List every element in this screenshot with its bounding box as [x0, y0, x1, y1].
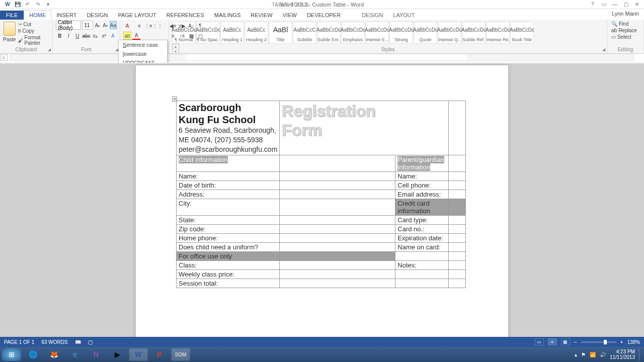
- maximize-icon[interactable]: ▢: [621, 1, 631, 8]
- copy-button[interactable]: ⎘Copy: [18, 28, 49, 34]
- font-size-combo[interactable]: 11: [82, 21, 93, 30]
- tab-review[interactable]: REVIEW: [246, 11, 277, 20]
- superscript-button[interactable]: x²: [100, 32, 108, 40]
- paste-button[interactable]: Paste: [3, 21, 16, 44]
- shrink-font-button[interactable]: A▾: [102, 21, 109, 29]
- styles-group: AaBbCcDc¶ NormalAaBbCcDc¶ No Spac...AaBb…: [169, 20, 607, 53]
- sort-button[interactable]: A↓: [187, 22, 195, 30]
- clipboard-launcher[interactable]: ◢: [48, 47, 51, 52]
- tab-file[interactable]: FILE: [0, 11, 24, 20]
- grow-font-button[interactable]: A▴: [94, 21, 101, 29]
- strikethrough-button[interactable]: abc: [83, 32, 91, 40]
- tab-selector[interactable]: L: [0, 54, 8, 61]
- tab-view[interactable]: VIEW: [278, 11, 302, 20]
- word-icon: W: [4, 1, 11, 8]
- horizontal-ruler[interactable]: [10, 54, 634, 61]
- italic-button[interactable]: I: [65, 32, 73, 40]
- borders-button[interactable]: ▢: [196, 32, 204, 40]
- ribbon-tabs: FILE HOME INSERT DESIGN PAGE LAYOUT REFE…: [0, 9, 644, 20]
- qat-customize-icon[interactable]: ▾: [44, 1, 51, 8]
- font-group: Calibri (Body) 11 A▴ A▾ Aa B I U abc x₂ …: [53, 20, 120, 53]
- select-button[interactable]: ▭Select: [610, 34, 640, 40]
- case-uppercase[interactable]: UPPERCASE: [119, 58, 167, 63]
- group-label-font: Font: [53, 47, 120, 52]
- numbering-button[interactable]: ⋮≡: [144, 22, 152, 30]
- style-quote[interactable]: AaBbCcDcQuote: [414, 22, 437, 44]
- cut-button[interactable]: ✂Cut: [18, 22, 49, 27]
- find-icon: 🔍: [611, 21, 617, 27]
- case-lowercase[interactable]: lowercase: [119, 49, 167, 58]
- font-name-combo[interactable]: Calibri (Body): [56, 21, 81, 30]
- style-subtle-em-[interactable]: AaBbCcDcSubtle Em...: [317, 22, 341, 44]
- tab-table-layout[interactable]: LAYOUT: [388, 11, 420, 20]
- underline-button[interactable]: U: [73, 32, 82, 40]
- ruler-area: L: [0, 54, 644, 63]
- editing-group: 🔍Find abReplace ▭Select Editing: [607, 20, 644, 53]
- style-intense-re-[interactable]: AaBbCcDcIntense Re...: [486, 22, 510, 44]
- group-label-styles: Styles: [169, 47, 607, 52]
- help-icon[interactable]: ?: [588, 1, 598, 8]
- subscript-button[interactable]: x₂: [92, 32, 100, 40]
- close-icon[interactable]: ✕: [632, 1, 642, 8]
- shading-button[interactable]: ▦: [187, 32, 195, 40]
- tab-developer[interactable]: DEVELOPER: [302, 11, 346, 20]
- style-book-title[interactable]: AaBbCcDcBook Title: [510, 22, 534, 44]
- style-strong[interactable]: AaBbCcDcStrong: [389, 22, 413, 44]
- clipboard-group: Paste ✂Cut ⎘Copy 🖌Format Painter Clipboa…: [0, 20, 53, 53]
- brush-icon: 🖌: [18, 38, 23, 43]
- style-heading-2[interactable]: AaBbCcHeading 2: [245, 22, 268, 44]
- decrease-indent-button[interactable]: ◀≡: [169, 22, 177, 30]
- style-emphasis[interactable]: AaBbCcDcEmphasis: [341, 22, 365, 44]
- multilevel-button[interactable]: ⋮⋮: [153, 22, 162, 30]
- redo-icon[interactable]: ↷: [34, 1, 41, 8]
- style-title[interactable]: AaBlTitle: [269, 22, 292, 44]
- tab-mailings[interactable]: MAILINGS: [209, 11, 246, 20]
- tab-insert[interactable]: INSERT: [51, 11, 82, 20]
- title-bar: W 💾 ↶ ↷ ▾ Word 2013 - Custom Table - Wor…: [0, 0, 644, 9]
- paste-icon: [4, 22, 16, 36]
- font-color-button[interactable]: A: [132, 32, 140, 40]
- text-effects-button[interactable]: A: [109, 32, 117, 40]
- group-label-editing: Editing: [607, 47, 643, 52]
- group-label-clipboard: Clipboard: [0, 47, 52, 52]
- contextual-tab-label: TABLE TOOLS: [272, 2, 309, 8]
- scissors-icon: ✂: [18, 22, 22, 27]
- tab-home[interactable]: HOME: [24, 10, 51, 20]
- increase-indent-button[interactable]: ≡▶: [178, 22, 186, 30]
- case-sentence[interactable]: Sentence case.: [119, 40, 167, 49]
- show-marks-button[interactable]: ¶: [196, 22, 204, 30]
- line-spacing-button[interactable]: ↕≡: [178, 32, 186, 40]
- bold-button[interactable]: B: [56, 32, 64, 40]
- replace-icon: ab: [611, 28, 617, 33]
- select-icon: ▭: [611, 34, 616, 40]
- clear-formatting-button[interactable]: A: [123, 22, 131, 30]
- save-icon[interactable]: 💾: [14, 1, 21, 8]
- user-name[interactable]: Lynn Mann: [612, 11, 639, 17]
- tab-design[interactable]: DESIGN: [82, 11, 113, 20]
- style-subtitle[interactable]: AaBbCcCSubtitle: [293, 22, 316, 44]
- tab-table-design[interactable]: DESIGN: [357, 11, 388, 20]
- styles-launcher[interactable]: ◢: [602, 47, 605, 52]
- change-case-button[interactable]: Aa: [110, 21, 117, 29]
- align-left-button[interactable]: ≡: [169, 32, 177, 40]
- ribbon: Paste ✂Cut ⎘Copy 🖌Format Painter Clipboa…: [0, 20, 644, 54]
- style-intense-q-[interactable]: AaBbCcDcIntense Q...: [438, 22, 461, 44]
- ribbon-options-icon[interactable]: ▭: [599, 1, 609, 8]
- tab-page-layout[interactable]: PAGE LAYOUT: [113, 11, 162, 20]
- bullets-button[interactable]: ≡: [135, 22, 143, 30]
- style-heading-1[interactable]: AaBbCcHeading 1: [220, 22, 244, 44]
- find-button[interactable]: 🔍Find: [610, 21, 640, 27]
- style-intense-e-[interactable]: AaBbCcDcIntense E...: [365, 22, 389, 44]
- replace-button[interactable]: abReplace: [610, 27, 640, 34]
- minimize-icon[interactable]: —: [610, 1, 620, 8]
- tab-references[interactable]: REFERENCES: [162, 11, 209, 20]
- undo-icon[interactable]: ↶: [24, 1, 31, 8]
- highlight-button[interactable]: ab: [123, 32, 131, 40]
- copy-icon: ⎘: [18, 28, 21, 34]
- style-subtle-ref-[interactable]: AaBbCcDcSubtle Ref...: [462, 22, 486, 44]
- change-case-dropdown: Sentence case. lowercase UPPERCASE Capit…: [118, 40, 168, 63]
- format-painter-button[interactable]: 🖌Format Painter: [18, 35, 49, 46]
